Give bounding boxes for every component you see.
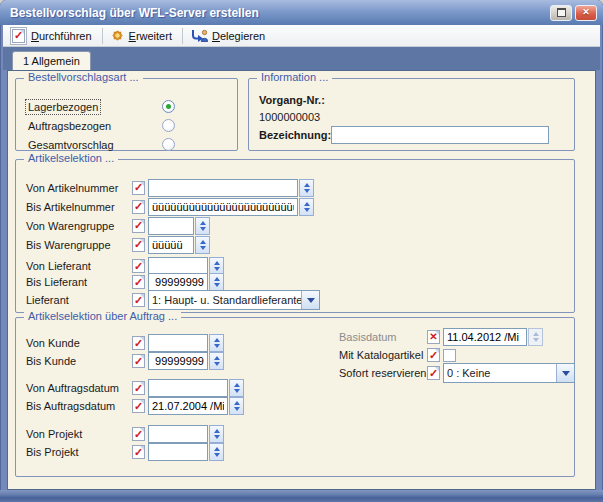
- field-active-check-icon[interactable]: [132, 293, 145, 307]
- vorgang-nr-value: 1000000003: [259, 108, 574, 125]
- window-controls: ✕: [550, 5, 597, 21]
- bis-artikelnummer-input[interactable]: [148, 198, 298, 216]
- von-lieferant-row: Von Lieferant: [26, 258, 574, 274]
- mit-katalogartikel-row: Mit Katalogartikel: [339, 346, 575, 364]
- von-auftragsdatum-label: Von Auftragsdatum: [26, 382, 132, 394]
- von-kunde-spinner[interactable]: [209, 334, 224, 352]
- bis-projekt-spinner[interactable]: [209, 443, 224, 461]
- von-auftragsdatum-input[interactable]: [148, 379, 228, 397]
- group-bestellvorschlagsart: Bestellvorschlagsart ... Lagerbezogen Au…: [15, 78, 238, 151]
- basisdatum-label: Basisdatum: [339, 331, 427, 343]
- basisdatum-row: Basisdatum: [339, 328, 575, 346]
- field-active-check-icon[interactable]: [132, 381, 145, 395]
- group-title: Artikelselektion ...: [24, 152, 118, 164]
- field-active-check-icon[interactable]: [132, 427, 145, 441]
- title-bar: Bestellvorschlag über WFL-Server erstell…: [0, 0, 603, 25]
- field-active-check-icon[interactable]: [132, 354, 145, 368]
- auftrag-right-column: Basisdatum Mit Katalogartikel Sofort res…: [339, 328, 575, 382]
- tab-allgemein[interactable]: 1 Allgemein: [12, 51, 91, 70]
- restore-icon: [557, 8, 566, 17]
- field-inactive-x-icon[interactable]: [427, 330, 440, 344]
- erweitert-button[interactable]: Erweitert: [107, 27, 178, 44]
- bezeichnung-label: Bezeichnung:: [259, 129, 331, 141]
- mit-katalogartikel-label: Mit Katalogartikel: [339, 349, 427, 361]
- auftragsbezogen-label: Auftragsbezogen: [26, 119, 113, 133]
- field-active-check-icon[interactable]: [132, 181, 145, 195]
- bis-kunde-input[interactable]: [148, 352, 208, 370]
- von-warengruppe-label: Von Warengruppe: [26, 220, 132, 232]
- content-panel: Bestellvorschlagsart ... Lagerbezogen Au…: [7, 70, 596, 490]
- bis-auftragsdatum-label: Bis Auftragsdatum: [26, 400, 132, 412]
- von-artikelnummer-input[interactable]: [148, 179, 298, 197]
- sofort-reservieren-row: Sofort reservieren 0 : Keine: [339, 364, 575, 382]
- field-active-check-icon[interactable]: [427, 348, 440, 362]
- von-projekt-input[interactable]: [148, 425, 208, 443]
- close-button[interactable]: ✕: [575, 5, 597, 21]
- delegate-arrow-person-icon: [190, 29, 208, 43]
- option-row: Auftragsbezogen: [16, 116, 237, 135]
- von-projekt-row: Von Projekt: [26, 425, 244, 443]
- von-kunde-row: Von Kunde: [26, 334, 244, 352]
- von-lieferant-label: Von Lieferant: [26, 260, 132, 272]
- sofort-reservieren-label: Sofort reservieren: [339, 367, 427, 379]
- lieferant-row: Lieferant 1: Haupt- u. Standardlieferant…: [26, 290, 574, 310]
- sofort-reservieren-selected-value: 0 : Keine: [444, 367, 556, 379]
- window-title: Bestellvorschlag über WFL-Server erstell…: [10, 6, 550, 20]
- bis-auftragsdatum-spinner[interactable]: [229, 397, 244, 415]
- restore-button[interactable]: [550, 5, 572, 21]
- lieferant-label: Lieferant: [26, 294, 132, 306]
- toolbar-separator: [182, 28, 183, 44]
- field-active-check-icon[interactable]: [132, 445, 145, 459]
- group-artikelselektion: Artikelselektion ... Von Artikelnummer B…: [15, 159, 575, 313]
- bis-kunde-row: Bis Kunde: [26, 352, 244, 370]
- bis-warengruppe-label: Bis Warengruppe: [26, 239, 132, 251]
- bis-kunde-spinner[interactable]: [209, 352, 224, 370]
- lagerbezogen-label: Lagerbezogen: [26, 100, 100, 114]
- group-title: Information ...: [257, 71, 332, 83]
- chevron-down-icon[interactable]: [301, 291, 319, 309]
- field-active-check-icon[interactable]: [132, 238, 145, 252]
- field-active-check-icon[interactable]: [132, 336, 145, 350]
- bis-lieferant-spinner[interactable]: [209, 273, 224, 291]
- group-artikelselektion-auftrag: Artikelselektion über Auftrag ... Von Ku…: [15, 317, 575, 477]
- gesamtvorschlag-radio[interactable]: [162, 138, 175, 151]
- field-active-check-icon[interactable]: [132, 259, 145, 273]
- bis-warengruppe-input[interactable]: [148, 236, 194, 254]
- lieferant-dropdown[interactable]: 1: Haupt- u. Standardlieferanten: [148, 290, 320, 310]
- von-auftragsdatum-spinner[interactable]: [229, 379, 244, 397]
- von-projekt-spinner[interactable]: [209, 425, 224, 443]
- durchfuehren-button[interactable]: Durchführen: [7, 26, 98, 46]
- option-row: Lagerbezogen: [16, 97, 237, 116]
- von-auftragsdatum-row: Von Auftragsdatum: [26, 379, 244, 397]
- field-active-check-icon[interactable]: [132, 219, 145, 233]
- bis-artikelnummer-label: Bis Artikelnummer: [26, 201, 132, 213]
- group-title: Artikelselektion über Auftrag ...: [24, 310, 181, 322]
- toolbar: Durchführen Erweitert: [3, 25, 600, 47]
- bis-lieferant-input[interactable]: [148, 273, 208, 291]
- execute-check-doc-icon: [10, 27, 27, 45]
- bis-warengruppe-row: Bis Warengruppe: [26, 235, 574, 254]
- von-warengruppe-input[interactable]: [148, 217, 194, 235]
- field-active-check-icon[interactable]: [132, 399, 145, 413]
- von-artikelnummer-spinner[interactable]: [299, 179, 314, 197]
- delegieren-button[interactable]: Delegieren: [187, 28, 271, 44]
- field-active-check-icon[interactable]: [132, 200, 145, 214]
- bis-artikelnummer-spinner[interactable]: [299, 198, 314, 216]
- field-active-check-icon[interactable]: [132, 275, 145, 289]
- sofort-reservieren-dropdown[interactable]: 0 : Keine: [443, 363, 575, 383]
- auftragsbezogen-radio[interactable]: [162, 119, 175, 132]
- bis-artikelnummer-row: Bis Artikelnummer: [26, 197, 574, 216]
- bis-auftragsdatum-input[interactable]: [148, 397, 228, 415]
- von-warengruppe-spinner[interactable]: [195, 217, 210, 235]
- chevron-down-icon[interactable]: [556, 364, 574, 382]
- bis-warengruppe-spinner[interactable]: [195, 236, 210, 254]
- bezeichnung-input[interactable]: [331, 126, 549, 144]
- mit-katalogartikel-checkbox[interactable]: [443, 349, 456, 362]
- lagerbezogen-radio[interactable]: [162, 100, 175, 113]
- field-active-check-icon[interactable]: [427, 366, 440, 380]
- von-kunde-input[interactable]: [148, 334, 208, 352]
- von-artikelnummer-row: Von Artikelnummer: [26, 178, 574, 197]
- bezeichnung-row: Bezeichnung:: [259, 125, 574, 145]
- tab-strip: 1 Allgemein: [3, 47, 600, 70]
- bis-projekt-input[interactable]: [148, 443, 208, 461]
